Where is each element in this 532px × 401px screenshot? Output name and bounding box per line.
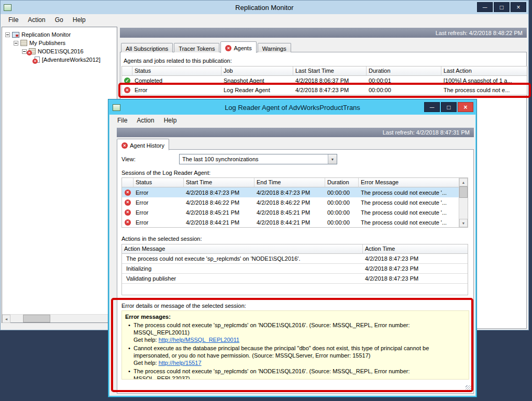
dropdown-arrow-icon[interactable]: ▼ — [328, 154, 337, 164]
column-header-job[interactable]: Job — [221, 66, 293, 76]
view-select[interactable]: The last 100 synchronizations ▼ — [179, 154, 337, 164]
column-header-status[interactable]: Status — [134, 178, 184, 187]
status-cell-icon: × — [122, 190, 134, 196]
column-header-icon[interactable] — [122, 178, 134, 187]
action-row[interactable]: Initializing 4/2/2018 8:47:23 PM — [122, 264, 468, 274]
column-header-action-message[interactable]: Action Message — [122, 244, 363, 254]
minimize-icon[interactable]: ─ — [477, 2, 493, 12]
publication-tabstrip: All Subscriptions Tracer Tokens × Agents… — [120, 41, 527, 52]
caption-buttons: ─ □ × — [477, 2, 526, 12]
menu-help[interactable]: Help — [159, 115, 182, 126]
tree-item-adventureworks2012[interactable]: × [AdventureWorks2012] — [3, 55, 116, 64]
column-header-action-time[interactable]: Action Time — [363, 244, 468, 254]
scroll-left-icon[interactable]: ◄ — [2, 315, 10, 323]
error-overlay-icon: × — [27, 50, 32, 55]
tree-item-replication-monitor[interactable]: Replication Monitor — [3, 30, 116, 39]
tab-label: Warnings — [262, 46, 286, 52]
session-row[interactable]: × Error 4/2/2018 8:46:22 PM 4/2/2018 8:4… — [122, 197, 459, 207]
main-menubar: File Action Go Help — [1, 14, 528, 26]
tab-label: All Subscriptions — [126, 46, 168, 52]
action-row[interactable]: The process could not execute 'sp_replcm… — [122, 254, 468, 264]
tree-expander-icon[interactable] — [22, 49, 27, 54]
maximize-icon[interactable]: □ — [441, 102, 457, 112]
column-header-duration[interactable]: Duration — [367, 66, 441, 76]
tab-all-subscriptions[interactable]: All Subscriptions — [121, 43, 173, 52]
error-overlay-icon: × — [32, 59, 38, 64]
cell-error-message: The process could not execute '... — [359, 219, 459, 226]
tab-warnings[interactable]: Warnings — [258, 43, 291, 52]
minimize-icon[interactable]: ─ — [424, 102, 440, 112]
scrollbar-thumb[interactable] — [459, 186, 468, 198]
cell-end-time: 4/2/2018 8:45:21 PM — [254, 209, 325, 216]
tree-item-my-publishers[interactable]: My Publishers — [3, 39, 116, 47]
action-row[interactable]: Validating publisher 4/2/2018 8:47:23 PM — [122, 274, 468, 284]
column-header-error-message[interactable]: Error Message — [359, 178, 459, 187]
cell-end-time: 4/2/2018 8:47:23 PM — [254, 190, 325, 196]
tree-item-node1-sql2016[interactable]: × NODE1\SQL2016 — [3, 47, 116, 55]
menu-action[interactable]: Action — [132, 115, 159, 126]
column-header-end-time[interactable]: End Time — [254, 178, 325, 187]
last-refresh-bar: Last refresh: 4/2/2018 8:47:31 PM — [117, 128, 474, 137]
publishers-icon — [20, 40, 27, 46]
scrollbar-thumb[interactable] — [23, 315, 50, 322]
tree-expander-icon[interactable] — [5, 32, 10, 37]
tab-agents[interactable]: × Agents — [220, 41, 256, 53]
tree-item-label: NODE1\SQL2016 — [38, 48, 83, 54]
cell-duration: 00:00:00 — [325, 219, 359, 226]
tab-agent-history[interactable]: × Agent History — [117, 139, 169, 150]
cell-status: Error — [134, 209, 184, 216]
view-label: View: — [121, 156, 136, 162]
close-icon[interactable]: × — [458, 102, 473, 112]
scroll-down-icon[interactable]: ▼ — [459, 219, 468, 227]
menu-action[interactable]: Action — [23, 15, 50, 25]
close-icon[interactable]: × — [511, 2, 526, 12]
monitor-tree: Replication Monitor My Publishers × NODE… — [2, 27, 117, 64]
cell-error-message: The process could not execute '... — [359, 199, 459, 206]
cell-end-time: 4/2/2018 8:46:22 PM — [254, 199, 325, 206]
menu-help[interactable]: Help — [68, 15, 91, 25]
last-refresh-text: Last refresh: 4/2/2018 8:47:31 PM — [383, 129, 470, 136]
session-row[interactable]: × Error 4/2/2018 8:44:21 PM 4/2/2018 8:4… — [122, 217, 459, 227]
monitor-tree-panel: Replication Monitor My Publishers × NODE… — [2, 27, 117, 323]
tab-tracer-tokens[interactable]: Tracer Tokens — [174, 43, 219, 52]
tree-item-label: My Publishers — [29, 40, 65, 46]
status-cell-icon: × — [122, 199, 134, 206]
tree-item-label: Replication Monitor — [21, 31, 71, 38]
tree-item-label: [AdventureWorks2012] — [42, 57, 101, 63]
cell-duration: 00:00:00 — [325, 190, 359, 196]
main-titlebar[interactable]: Replication Monitor ─ □ × — [1, 1, 528, 14]
column-header-start-time[interactable]: Start Time — [184, 178, 254, 187]
sessions-table: Status Start Time End Time Duration Erro… — [121, 177, 468, 228]
tree-expander-icon[interactable] — [14, 41, 18, 46]
sessions-scrollbar[interactable]: ▲ ▼ — [459, 178, 468, 227]
column-header-last-start-time[interactable]: Last Start Time — [293, 66, 367, 76]
maximize-icon[interactable]: □ — [494, 2, 509, 12]
cell-action-message: Validating publisher — [122, 275, 363, 282]
cell-action-time: 4/2/2018 8:47:23 PM — [363, 265, 468, 272]
menu-go[interactable]: Go — [50, 15, 68, 25]
session-row[interactable]: × Error 4/2/2018 8:47:23 PM 4/2/2018 8:4… — [122, 187, 459, 197]
menu-file[interactable]: File — [4, 15, 23, 25]
main-window-title: Replication Monitor — [1, 4, 528, 12]
column-header-status[interactable]: Status — [132, 66, 221, 76]
replication-monitor-icon — [12, 32, 19, 38]
column-header-duration[interactable]: Duration — [325, 178, 359, 187]
caption-buttons: ─ □ × — [424, 102, 473, 112]
cell-error-message: The process could not execute '... — [359, 190, 459, 196]
annotation-error-details-highlight — [111, 298, 473, 392]
error-icon: × — [125, 219, 131, 226]
column-header-last-action[interactable]: Last Action — [441, 66, 527, 76]
last-refresh-bar: Last refresh: 4/2/2018 8:48:22 PM — [120, 28, 527, 38]
tree-horizontal-scrollbar[interactable]: ◄ ► — [2, 314, 117, 322]
scroll-up-icon[interactable]: ▲ — [459, 178, 468, 186]
cell-start-time: 4/2/2018 8:45:21 PM — [184, 209, 254, 216]
status-cell-icon: × — [122, 219, 134, 226]
session-row[interactable]: × Error 4/2/2018 8:45:21 PM 4/2/2018 8:4… — [122, 207, 459, 217]
cell-action-time: 4/2/2018 8:47:23 PM — [363, 275, 468, 282]
column-header-icon[interactable] — [122, 66, 132, 76]
agent-tabstrip: × Agent History — [117, 140, 170, 150]
error-icon: × — [125, 199, 131, 206]
agent-titlebar[interactable]: Log Reader Agent of AdvWorksProductTrans… — [109, 101, 475, 115]
menu-file[interactable]: File — [113, 115, 132, 126]
actions-table-header: Action Message Action Time — [122, 244, 468, 254]
